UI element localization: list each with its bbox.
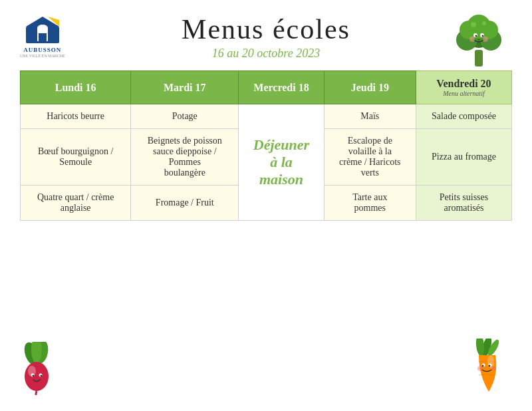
svg-point-19	[469, 37, 475, 42]
mardi-main: Beignets de poissonsauce dieppoise /Pomm…	[131, 129, 239, 186]
col-header-jeudi: Jeudi 19	[324, 71, 416, 104]
jeudi-main: Escalope devolaille à lacrème / Haricots…	[324, 129, 416, 186]
broccoli-decoration	[452, 10, 505, 72]
jeudi-dessert: Tarte auxpommes	[324, 186, 416, 221]
svg-point-18	[482, 35, 484, 37]
svg-point-39	[477, 366, 483, 371]
svg-point-13	[471, 22, 476, 27]
subtitle: 16 au 20 octobre 2023	[182, 47, 350, 61]
svg-point-28	[33, 375, 35, 377]
col-header-mardi: Mardi 17	[131, 71, 239, 104]
col-header-mercredi: Mercredi 18	[239, 71, 324, 104]
logo-name: AUBUSSON	[23, 47, 61, 54]
svg-point-20	[483, 37, 488, 42]
svg-point-24	[25, 362, 49, 391]
svg-point-17	[475, 35, 477, 37]
aubusson-logo	[23, 13, 63, 47]
svg-point-37	[482, 365, 484, 367]
svg-point-4	[37, 25, 48, 31]
col-header-vendredi: Vendredi 20 Menu alternatif	[416, 71, 511, 104]
carrot-decoration	[462, 339, 512, 401]
col-header-lundi: Lundi 16	[21, 71, 131, 104]
svg-point-36	[489, 365, 491, 367]
svg-rect-6	[475, 50, 483, 67]
vendredi-main: Pizza au fromage	[416, 129, 511, 186]
table-header-row: Lundi 16 Mardi 17 Mercredi 18 Jeudi 19 V…	[21, 71, 512, 104]
logo-area: AUBUSSON UNE VILLE EN MARCHE	[20, 13, 65, 58]
mardi-starter: Potage	[131, 104, 239, 129]
lundi-starter: Haricots beurre	[21, 104, 131, 129]
alt-menu-label: Menu alternatif	[422, 90, 506, 97]
lundi-main: Bœuf bourguignon /Semoule	[21, 129, 131, 186]
radish-decoration	[13, 342, 60, 398]
menu-table: Lundi 16 Mardi 17 Mercredi 18 Jeudi 19 V…	[20, 70, 512, 221]
logo-tagline: UNE VILLE EN MARCHE	[20, 54, 65, 58]
svg-point-29	[41, 375, 43, 377]
lundi-dessert: Quatre quart / crèmeanglaise	[21, 186, 131, 221]
svg-point-38	[491, 366, 496, 371]
mardi-dessert: Fromage / Fruit	[131, 186, 239, 221]
main-title: Menus écoles	[182, 13, 350, 45]
page: AUBUSSON UNE VILLE EN MARCHE Menus école…	[0, 0, 532, 411]
vendredi-dessert: Petits suissesaromatisés	[416, 186, 511, 221]
svg-rect-5	[39, 33, 47, 41]
header: AUBUSSON UNE VILLE EN MARCHE Menus école…	[20, 13, 512, 61]
mercredi-cell: Déjeunerà lamaison	[239, 104, 324, 221]
table-row-starter: Haricots beurre Potage Déjeunerà lamaiso…	[21, 104, 512, 129]
jeudi-starter: Maïs	[324, 104, 416, 129]
title-area: Menus écoles 16 au 20 octobre 2023	[182, 13, 350, 61]
svg-point-14	[482, 21, 486, 25]
vendredi-starter: Salade composée	[416, 104, 511, 129]
